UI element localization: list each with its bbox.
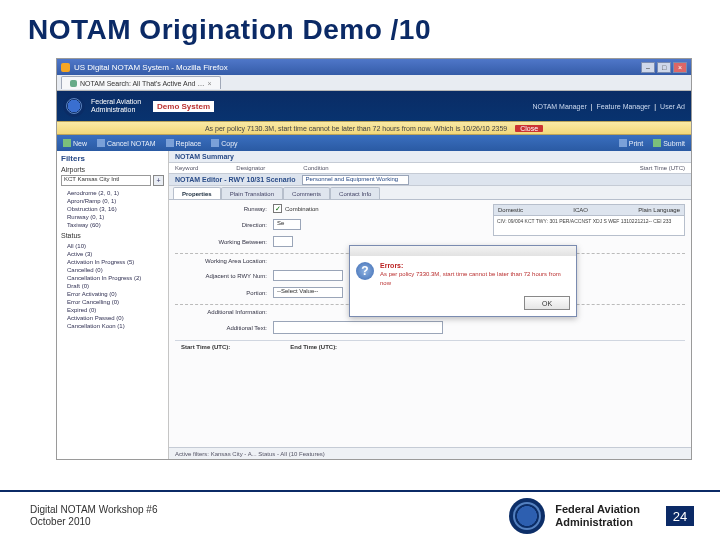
col-header: Keyword (175, 165, 198, 171)
tool-replace[interactable]: Replace (166, 139, 202, 147)
list-item[interactable]: Error Cancelling (0) (61, 298, 164, 306)
adjacent-rwy-select[interactable] (273, 270, 343, 281)
col-header: Condition (303, 165, 328, 171)
app-header: Federal Aviation Administration Demo Sys… (57, 91, 691, 121)
browser-tab[interactable]: NOTAM Search: All That's Active And … × (61, 76, 221, 89)
editor-title: NOTAM Editor - RWY 10/31 Scenario (175, 176, 296, 183)
list-item[interactable]: Runway (0, 1) (61, 213, 164, 221)
tool-new[interactable]: New (63, 139, 87, 147)
label-portion: Portion: (175, 290, 267, 296)
list-item[interactable]: Cancellation Koon (1) (61, 322, 164, 330)
add-airport-button[interactable]: + (153, 175, 164, 186)
replace-icon (166, 139, 174, 147)
label-working-between: Working Between: (175, 239, 267, 245)
link-feature-manager[interactable]: Feature Manager (597, 103, 651, 110)
filters-heading: Filters (61, 154, 164, 163)
slide-title: NOTAM Origination Demo /10 (0, 0, 720, 52)
tab-comments[interactable]: Comments (283, 187, 330, 199)
col-header: Start Time (UTC) (640, 165, 685, 171)
runway-checkbox[interactable]: ✓ (273, 204, 282, 213)
tool-submit[interactable]: Submit (653, 139, 685, 147)
page-number: 24 (666, 506, 694, 526)
list-item[interactable]: Active (3) (61, 250, 164, 258)
col-header: Designator (236, 165, 265, 171)
list-item[interactable]: Taxiway (60) (61, 221, 164, 229)
scenario-select[interactable]: Personnel and Equipment Working (302, 175, 410, 185)
tab-plain-translation[interactable]: Plain Translation (221, 187, 283, 199)
cancel-icon (97, 139, 105, 147)
copy-icon (211, 139, 219, 147)
summary-header: NOTAM Summary (169, 151, 691, 163)
label-direction: Direction: (175, 222, 267, 228)
label-runway: Runway: (175, 206, 267, 212)
status-label: Status (61, 232, 164, 239)
status-list: All (10) Active (3) Activation In Progre… (61, 242, 164, 330)
preview-tab-domestic[interactable]: Domestic (498, 207, 523, 213)
ok-button[interactable]: OK (524, 296, 570, 310)
label-working-area-location: Working Area Location: (175, 258, 267, 264)
airport-feature-list: Aerodrome (2, 0, 1) Apron/Ramp (0, 1) Ob… (61, 189, 164, 229)
window-titlebar: US Digital NOTAM System - Mozilla Firefo… (57, 59, 691, 75)
policy-warning-bar: As per policy 7130.3M, start time cannot… (57, 121, 691, 135)
dialog-text: Errors: As per policy 7330.3M, start tim… (380, 262, 568, 287)
runway-text: Combination (285, 206, 319, 212)
faa-seal-large-icon (509, 498, 545, 534)
list-item[interactable]: All (10) (61, 242, 164, 250)
airport-select[interactable]: KCT Kansas City Intl (61, 175, 151, 186)
tab-title: NOTAM Search: All That's Active And … (80, 80, 204, 87)
tool-print[interactable]: Print (619, 139, 643, 147)
footer-left-text: Digital NOTAM Workshop #6 October 2010 (30, 504, 157, 529)
app-header-links: NOTAM Manager | Feature Manager | User A… (532, 103, 685, 110)
preview-panel: Domestic ICAO Plain Language CIV: 09/004… (493, 204, 685, 236)
list-item[interactable]: Activation Passed (0) (61, 314, 164, 322)
footer-org-text: Federal Aviation Administration (555, 503, 640, 528)
error-dialog: ? Errors: As per policy 7330.3M, start t… (349, 245, 577, 317)
airports-label: Airports (61, 166, 164, 173)
screenshot-window: US Digital NOTAM System - Mozilla Firefo… (56, 58, 692, 460)
tab-close-icon[interactable]: × (207, 80, 211, 87)
faa-seal-icon (63, 95, 85, 117)
preview-tab-icao[interactable]: ICAO (573, 207, 588, 213)
tab-favicon (70, 80, 77, 87)
label-additional-info: Additional Information: (175, 309, 267, 315)
list-item[interactable]: Error Activating (0) (61, 290, 164, 298)
preview-tab-plain[interactable]: Plain Language (638, 207, 680, 213)
properties-form: Domestic ICAO Plain Language CIV: 09/004… (169, 200, 691, 447)
main-toolbar: New Cancel NOTAM Replace Copy Print Subm… (57, 135, 691, 151)
working-between-input[interactable] (273, 236, 293, 247)
print-icon (619, 139, 627, 147)
firefox-icon (61, 63, 70, 72)
additional-text-input[interactable] (273, 321, 443, 334)
link-notam-manager[interactable]: NOTAM Manager (532, 103, 586, 110)
list-item[interactable]: Apron/Ramp (0, 1) (61, 197, 164, 205)
link-user-admin[interactable]: User Ad (660, 103, 685, 110)
label-adjacent-rwy: Adjacent to RWY Num: (175, 273, 267, 279)
list-item[interactable]: Aerodrome (2, 0, 1) (61, 189, 164, 197)
list-item[interactable]: Activation In Progress (5) (61, 258, 164, 266)
list-item[interactable]: Obstruction (3, 16) (61, 205, 164, 213)
tab-properties[interactable]: Properties (173, 187, 221, 199)
preview-body: CIV: 09/004 KCT TWY: 301 PER/ACCNST XDJ … (493, 216, 685, 236)
tool-copy[interactable]: Copy (211, 139, 237, 147)
list-item[interactable]: Cancellation In Progress (2) (61, 274, 164, 282)
active-filters-footer: Active filters: Kansas City - A... Statu… (169, 447, 691, 459)
tool-cancel-notam[interactable]: Cancel NOTAM (97, 139, 156, 147)
policy-warning-text: As per policy 7130.3M, start time cannot… (205, 125, 507, 132)
list-item[interactable]: Draft (0) (61, 282, 164, 290)
policy-close-button[interactable]: Close (515, 125, 543, 132)
demo-system-badge: Demo System (153, 101, 214, 112)
direction-select[interactable]: Se (273, 219, 301, 230)
maximize-button[interactable]: □ (657, 62, 671, 73)
tab-contact-info[interactable]: Contact Info (330, 187, 380, 199)
submit-icon (653, 139, 661, 147)
editor-tabs: Properties Plain Translation Comments Co… (169, 186, 691, 200)
minimize-button[interactable]: – (641, 62, 655, 73)
portion-select[interactable]: --Select Value-- (273, 287, 343, 298)
list-item[interactable]: Expired (0) (61, 306, 164, 314)
window-title: US Digital NOTAM System - Mozilla Firefo… (74, 63, 228, 72)
period-of-validity: Start Time (UTC): End Time (UTC): (175, 340, 685, 353)
close-window-button[interactable]: × (673, 62, 687, 73)
label-additional-text: Additional Text: (175, 325, 267, 331)
summary-title: NOTAM Summary (175, 153, 234, 160)
list-item[interactable]: Cancelled (0) (61, 266, 164, 274)
